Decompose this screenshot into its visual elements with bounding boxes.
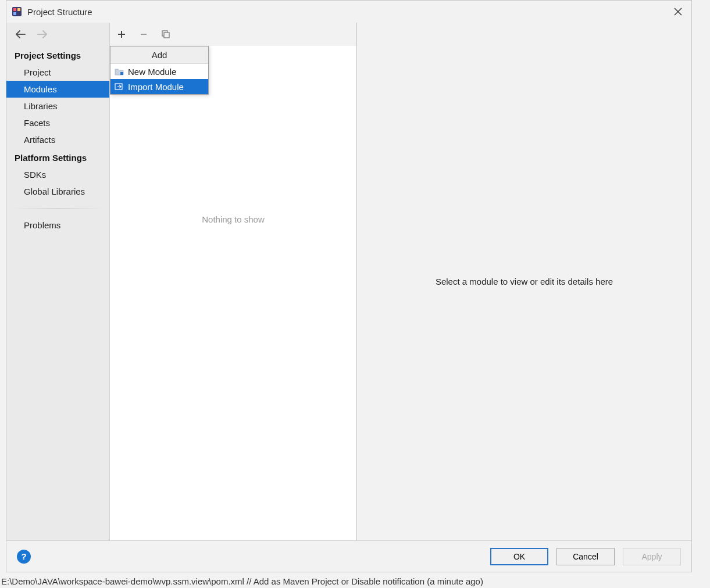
close-button[interactable]	[669, 3, 687, 20]
sidebar-item-libraries[interactable]: Libraries	[6, 98, 109, 114]
details-hint: Select a module to view or edit its deta…	[436, 277, 613, 286]
arrow-left-icon	[15, 30, 26, 38]
cancel-button[interactable]: Cancel	[556, 548, 615, 565]
project-structure-dialog: Project Structure	[6, 0, 692, 572]
copy-button[interactable]	[160, 28, 172, 40]
add-dropdown-menu: Add New Module	[110, 46, 209, 95]
help-button[interactable]: ?	[17, 550, 31, 564]
svg-rect-10	[164, 33, 169, 38]
dialog-footer: ? OK Cancel Apply	[6, 540, 691, 572]
modules-list: Nothing to show	[110, 46, 356, 540]
sidebar-item-modules[interactable]: Modules	[6, 81, 109, 98]
add-button[interactable]	[116, 28, 127, 40]
nav-arrows	[6, 23, 109, 46]
sidebar-item-sdks[interactable]: SDKs	[6, 166, 109, 183]
menu-item-label: Import Module	[128, 82, 184, 92]
svg-rect-2	[17, 8, 20, 11]
sidebar-header-platform-settings: Platform Settings	[6, 148, 109, 166]
titlebar: Project Structure	[6, 1, 691, 23]
apply-button: Apply	[623, 548, 681, 565]
svg-rect-11	[120, 72, 123, 75]
ide-status-bar: E:\Demo\JAVA\workspace-bawei-demo\wvp.ss…	[0, 574, 710, 588]
sidebar: Project Settings Project Modules Librari…	[6, 23, 110, 540]
menu-item-import-module[interactable]: Import Module	[110, 79, 208, 94]
menu-item-label: New Module	[128, 67, 176, 77]
status-text: E:\Demo\JAVA\workspace-bawei-demo\wvp.ss…	[1, 576, 483, 586]
modules-pane: Nothing to show Add New Module	[110, 23, 357, 540]
sidebar-item-global-libraries[interactable]: Global Libraries	[6, 183, 109, 200]
copy-icon	[161, 30, 170, 39]
modules-toolbar	[110, 23, 356, 46]
arrow-right-icon	[37, 30, 48, 38]
sidebar-item-problems[interactable]: Problems	[6, 217, 109, 234]
sidebar-header-project-settings: Project Settings	[6, 46, 109, 64]
nav-forward-button[interactable]	[37, 28, 48, 40]
close-icon	[674, 8, 682, 16]
import-icon	[114, 81, 124, 92]
sidebar-item-artifacts[interactable]: Artifacts	[6, 131, 109, 148]
help-icon: ?	[21, 551, 26, 561]
app-icon	[11, 6, 23, 17]
sidebar-item-project[interactable]: Project	[6, 64, 109, 81]
sidebar-item-facets[interactable]: Facets	[6, 114, 109, 131]
nav-back-button[interactable]	[15, 28, 26, 40]
svg-rect-1	[13, 8, 16, 11]
menu-item-new-module[interactable]: New Module	[110, 64, 208, 79]
minus-icon	[140, 30, 148, 38]
dropdown-header: Add	[110, 46, 208, 64]
dialog-body: Project Settings Project Modules Librari…	[6, 23, 691, 540]
sidebar-divider	[11, 208, 105, 209]
details-pane: Select a module to view or edit its deta…	[357, 23, 691, 540]
folder-icon	[114, 66, 124, 77]
remove-button[interactable]	[138, 28, 149, 40]
window-title: Project Structure	[27, 7, 669, 17]
empty-state-text: Nothing to show	[202, 214, 265, 224]
svg-rect-3	[13, 12, 16, 15]
footer-buttons: OK Cancel Apply	[490, 548, 681, 565]
plus-icon	[117, 30, 126, 38]
ok-button[interactable]: OK	[490, 548, 548, 565]
